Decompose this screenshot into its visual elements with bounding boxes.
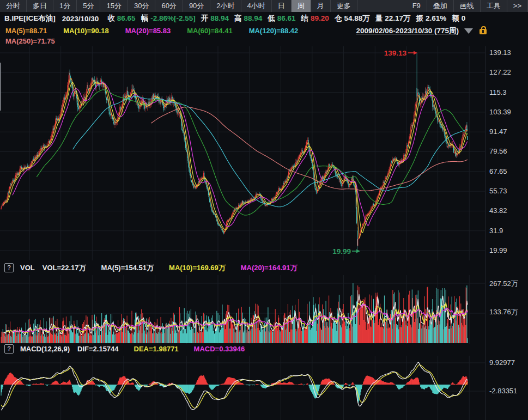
ma20-legend: MA(20)=85.83 xyxy=(125,27,171,35)
change-label: 幅 xyxy=(141,14,149,23)
btn-f9[interactable]: F9 xyxy=(406,0,427,12)
chevron-down-icon[interactable] xyxy=(464,28,473,34)
macd-indicator-header: ? MACD(12,26,9) DIF=2.15744 DEA=1.98771 … xyxy=(0,343,484,355)
tab-5min[interactable]: 5分 xyxy=(77,0,100,12)
timeframe-toolbar: 分时 多日 1分 5分 15分 30分 60分 90分 2小时 4小时 日 周 … xyxy=(0,0,528,12)
vol-value: VOL=22.17万 xyxy=(43,263,86,273)
low-annotation: 19.99 xyxy=(332,247,360,255)
low-label: 低 xyxy=(268,14,275,23)
macd-chart[interactable] xyxy=(0,356,528,420)
change-value: -2.86%[-2.55] xyxy=(150,14,196,22)
volume-indicator-header: ? VOL VOL=22.17万 MA(5)=154.51万 MA(10)=16… xyxy=(0,261,484,275)
ma60-legend: MA(60)=84.41 xyxy=(187,27,232,35)
amplitude-label: 振 xyxy=(416,14,423,23)
vol-ma5-legend: MA(5)=154.51万 xyxy=(101,263,154,273)
price-tick: 91.47 xyxy=(489,127,507,136)
quote-bar: B.IPE[ICE布油] 2023/10/30 收86.65 幅-2.86%[-… xyxy=(0,12,528,25)
tab-week[interactable]: 周 xyxy=(292,0,311,12)
ma10-legend: MA(10)=90.18 xyxy=(63,27,108,35)
ma-legend-row1: MA(5)=88.71 MA(10)=90.18 MA(20)=85.83 MA… xyxy=(0,26,528,36)
settle-value: 89.20 xyxy=(311,14,329,22)
close-label: 收 xyxy=(107,14,115,23)
price-tick: 31.9 xyxy=(489,227,503,235)
high-label: 高 xyxy=(234,14,242,23)
tab-month[interactable]: 月 xyxy=(311,0,331,12)
settle-label: 结 xyxy=(301,14,309,23)
macd-legend: MACD=0.33946 xyxy=(194,345,245,353)
volume-tick: 267.52万 xyxy=(489,279,518,289)
main-price-chart[interactable]: 139.13 19.99 xyxy=(0,46,528,260)
toolbar-spacer xyxy=(357,0,406,12)
high-annotation: 139.13 xyxy=(384,49,417,57)
vol-ma20-legend: MA(20)=164.91万 xyxy=(241,263,298,273)
price-tick: 103.39 xyxy=(489,108,511,116)
volume-tick: 133.76万 xyxy=(489,307,518,317)
ma-legend-row2: MA(250)=71.75 xyxy=(0,36,528,46)
ma250-legend: MA(250)=71.75 xyxy=(5,37,55,45)
svg-text:19.99: 19.99 xyxy=(332,247,351,255)
price-tick: 115.3 xyxy=(489,88,507,96)
price-tick: 67.65 xyxy=(489,167,507,175)
tab-30min[interactable]: 30分 xyxy=(128,0,155,12)
btn-overlay[interactable]: 叠加 xyxy=(427,0,454,12)
trading-app-window: 分时 多日 1分 5分 15分 30分 60分 90分 2小时 4小时 日 周 … xyxy=(0,0,528,420)
price-tick: 43.82 xyxy=(489,206,507,215)
high-value: 88.94 xyxy=(244,14,262,22)
openinterest-label: 仓 xyxy=(335,14,342,23)
vol-ma10-legend: MA(10)=169.69万 xyxy=(169,263,226,273)
dea-legend: DEA=1.98771 xyxy=(134,345,179,353)
price-tick: 139.13 xyxy=(489,48,511,57)
volume-label: 量 xyxy=(375,14,383,23)
low-value: 86.61 xyxy=(277,14,296,22)
amplitude-value: 2.61% xyxy=(426,14,446,22)
date-range-text[interactable]: 2009/02/06-2023/10/30 (775周) xyxy=(356,26,459,36)
price-tick: 127.22 xyxy=(489,68,511,76)
openinterest-value: 54.88万 xyxy=(344,14,369,23)
tab-day[interactable]: 日 xyxy=(272,0,292,12)
btn-tools[interactable]: 工具 xyxy=(481,0,507,12)
tab-2hour[interactable]: 2小时 xyxy=(210,0,241,12)
btn-more-arrows[interactable]: >> xyxy=(507,0,528,12)
macd-tick: -2.83351 xyxy=(489,387,517,395)
tab-fenshi[interactable]: 分时 xyxy=(0,0,27,12)
price-tick: 19.99 xyxy=(489,246,507,254)
tab-4hour[interactable]: 4小时 xyxy=(241,0,272,12)
tab-60min[interactable]: 60分 xyxy=(155,0,183,12)
ma120-legend: MA(120)=88.42 xyxy=(249,27,299,35)
macd-title: MACD(12,26,9) xyxy=(20,345,70,353)
lock-icon[interactable] xyxy=(480,29,487,34)
tab-90min[interactable]: 90分 xyxy=(183,0,210,12)
macd-tick: 9.92977 xyxy=(489,358,515,367)
vol-title: VOL xyxy=(20,264,35,272)
btn-draw-line[interactable]: 画线 xyxy=(454,0,481,12)
volume-chart[interactable] xyxy=(0,275,528,344)
dif-legend: DIF=2.15744 xyxy=(77,345,119,353)
tab-1min[interactable]: 1分 xyxy=(53,0,77,12)
left-scroll-indicator[interactable] xyxy=(0,63,1,111)
price-tick: 55.73 xyxy=(489,187,507,195)
instrument-symbol: B.IPE[ICE布油] xyxy=(4,14,56,23)
date-range-selector[interactable]: 2009/02/06-2023/10/30 (775周) xyxy=(356,26,487,36)
close-value: 86.65 xyxy=(117,14,136,22)
help-icon[interactable]: ? xyxy=(4,263,14,272)
tab-15min[interactable]: 15分 xyxy=(100,0,128,12)
open-label: 开 xyxy=(201,14,209,23)
amount-label: 额 xyxy=(452,14,459,23)
svg-text:139.13: 139.13 xyxy=(384,49,407,57)
tab-duori[interactable]: 多日 xyxy=(27,0,53,12)
amount-value: 0 xyxy=(462,14,466,22)
ma5-legend: MA(5)=88.71 xyxy=(5,27,47,35)
tab-more-periods[interactable]: 更多 xyxy=(331,0,357,12)
quote-date: 2023/10/30 xyxy=(62,15,99,23)
volume-value: 22.17万 xyxy=(385,14,410,23)
open-value: 88.94 xyxy=(210,14,229,22)
price-axis-divider xyxy=(485,46,485,420)
help-icon[interactable]: ? xyxy=(4,344,14,354)
price-tick: 79.56 xyxy=(489,147,507,155)
